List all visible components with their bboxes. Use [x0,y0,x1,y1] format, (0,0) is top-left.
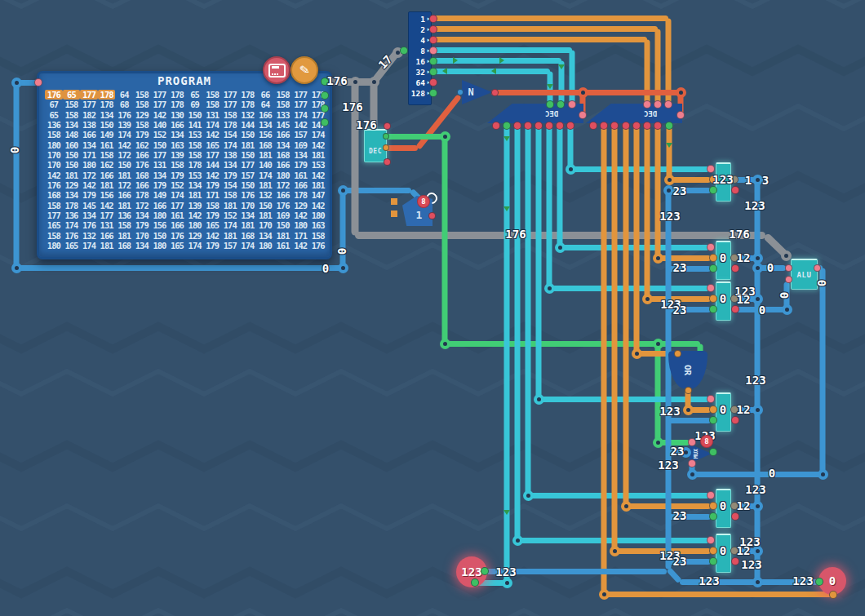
wire-joint[interactable] [350,77,361,87]
wire[interactable] [16,265,343,271]
pin-dot[interactable] [709,512,717,521]
wire-joint[interactable] [555,242,566,253]
pin-dot[interactable] [707,536,715,544]
wire-joint[interactable] [369,77,379,87]
pin-dot[interactable] [383,133,389,140]
wire[interactable] [645,126,650,299]
pin-dot[interactable] [688,459,696,468]
wire-joint[interactable] [11,78,22,88]
wire-joint[interactable] [338,263,348,273]
program-memory-view-button[interactable] [263,56,291,84]
pin-dot[interactable] [709,186,717,194]
wire-joint[interactable] [752,263,763,273]
wire-joint[interactable] [632,348,642,359]
pin-dot[interactable] [676,111,685,119]
wire-joint[interactable] [440,131,450,142]
input-pin-dot[interactable] [429,78,437,86]
wire[interactable] [431,37,647,42]
wire-joint[interactable] [653,253,663,264]
wire-joint[interactable] [11,263,22,273]
wire[interactable] [14,82,20,268]
pin-square[interactable] [391,211,397,217]
input-pin-dot[interactable] [429,89,437,97]
pin-dot[interactable] [524,122,532,130]
input-pin-dot[interactable] [429,36,437,44]
pin-dot[interactable] [654,122,662,130]
wire[interactable] [634,126,640,353]
wire[interactable] [669,177,711,183]
pin-dot[interactable] [383,144,389,151]
wire[interactable] [549,286,709,291]
wire-joint[interactable] [523,490,534,501]
pin-dot[interactable] [471,578,479,587]
wire-joint[interactable] [683,405,694,415]
wire[interactable] [557,126,563,247]
pin-dot[interactable] [707,165,715,173]
pin-dot[interactable] [707,491,715,499]
wire[interactable] [692,472,823,477]
pin-dot[interactable] [535,122,543,130]
wire[interactable] [384,145,418,151]
pin-dot[interactable] [589,122,597,130]
pin-dot[interactable] [665,122,673,130]
component-alu[interactable]: ALU [791,259,818,290]
wire[interactable] [547,126,552,288]
input-pin-dot[interactable] [429,15,437,23]
wire[interactable] [655,343,661,442]
wire-joint[interactable] [782,304,792,315]
input-pin-dot[interactable] [429,57,437,65]
wire[interactable] [431,16,668,21]
wire-joint[interactable] [610,546,620,556]
wire-joint[interactable] [621,501,632,512]
pin-dot[interactable] [557,100,565,109]
program-panel[interactable]: PROGRAM 17665177178641581771786515817717… [37,71,332,259]
pin-dot[interactable] [731,264,739,273]
input-pin-panel[interactable]: 1▸2▸4▸8▸16▸32▸64▸128▸ [408,11,432,105]
pin-dot[interactable] [491,89,499,96]
pin-dot[interactable] [731,186,739,194]
pin-dot[interactable] [709,502,717,510]
pin-dot[interactable] [545,122,553,130]
pin-dot[interactable] [654,100,662,109]
pin-dot[interactable] [503,122,511,130]
pin-dot[interactable] [685,387,692,394]
pin-dot[interactable] [428,212,436,219]
wire-joint[interactable] [653,339,663,349]
pin-dot[interactable] [492,122,500,130]
pin-dot[interactable] [622,122,630,130]
input-pin-dot[interactable] [429,25,437,33]
pin-dot[interactable] [674,350,681,357]
program-edit-program-button[interactable]: ✎ [291,56,318,84]
wire[interactable] [601,126,607,594]
wire[interactable] [667,126,672,179]
wire-joint[interactable] [599,589,610,600]
wire[interactable] [668,418,711,423]
wire[interactable] [526,126,531,495]
pin-dot[interactable] [731,557,739,565]
pin-dot[interactable] [707,284,715,292]
wire[interactable] [820,268,826,474]
pin-dot[interactable] [709,416,717,424]
wire[interactable] [431,69,550,74]
wire-joint[interactable] [338,185,348,196]
wire-joint[interactable] [752,577,763,587]
pin-dot[interactable] [568,100,576,109]
wire[interactable] [623,126,629,506]
pin-dot[interactable] [814,264,821,272]
wire[interactable] [568,126,574,169]
pin-dot[interactable] [321,118,329,126]
pin-dot[interactable] [566,122,574,130]
input-pin-dot[interactable] [429,47,437,55]
wire-joint[interactable] [534,394,544,405]
circuit-canvas[interactable]: PROGRAM 17665177178641581771786515817717… [0,0,865,616]
pin-dot[interactable] [709,254,717,262]
wire[interactable] [442,136,448,343]
pin-dot[interactable] [321,91,329,100]
wire[interactable] [666,187,672,569]
pin-dot[interactable] [707,243,715,251]
pin-dot[interactable] [546,100,554,109]
input-pin-dot[interactable] [429,68,437,76]
pin-dot[interactable] [400,47,408,55]
pin-dot[interactable] [384,158,391,166]
pin-dot[interactable] [556,122,564,130]
